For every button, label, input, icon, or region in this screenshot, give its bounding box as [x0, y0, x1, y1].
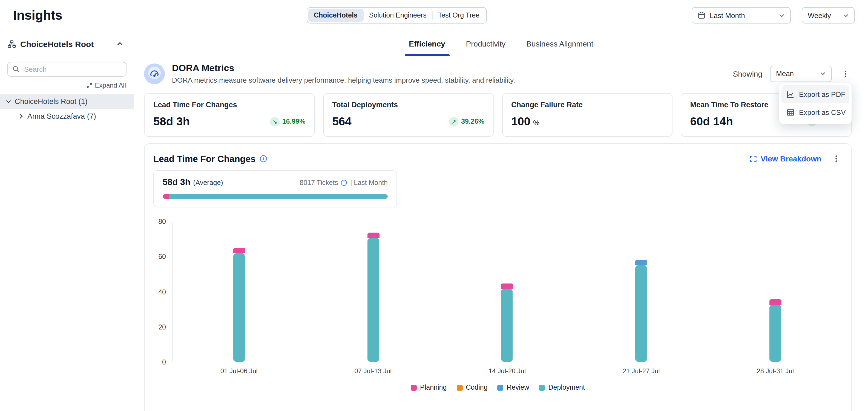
- granularity-value: Weekly: [808, 11, 831, 20]
- expand-corners-icon: [750, 155, 757, 162]
- main-area: EfficiencyProductivityBusiness Alignment…: [134, 31, 868, 411]
- menu-item-label: Export as PDF: [799, 90, 845, 99]
- table-icon: [786, 108, 795, 116]
- tab-productivity[interactable]: Productivity: [457, 31, 515, 56]
- page-title: Insights: [13, 8, 62, 23]
- chart-icon: [786, 90, 795, 99]
- metric-card-value: 60d 14h: [690, 115, 733, 128]
- bar-segment-deployment[interactable]: [368, 238, 379, 362]
- bar-segment-review[interactable]: [635, 260, 647, 266]
- x-axis-label: 28 Jul-31 Jul: [708, 367, 842, 375]
- legend-label: Planning: [420, 384, 446, 391]
- metric-card-delta: ↗39.26%: [449, 117, 485, 126]
- delta-value: 16.99%: [282, 118, 306, 125]
- menu-item-export-as-csv[interactable]: Export as CSV: [781, 103, 849, 122]
- y-tick-label: 40: [158, 288, 166, 296]
- bar-segment-deployment[interactable]: [501, 289, 514, 362]
- export-menu: Export as PDFExport as CSV: [779, 83, 852, 124]
- metric-card-title: Total Deployments: [333, 101, 485, 109]
- bar-segment-deployment[interactable]: [635, 266, 647, 362]
- metric-cards: Lead Time For Changes58d 3h↘16.99%Total …: [144, 93, 851, 137]
- info-icon[interactable]: [259, 155, 267, 163]
- expand-all-button[interactable]: Expand All: [0, 78, 134, 92]
- stacked-bar[interactable]: [635, 221, 647, 362]
- tree-item-root[interactable]: ChoiceHotels Root (1): [0, 94, 134, 109]
- org-tab-choicehotels[interactable]: ChoiceHotels: [308, 9, 364, 22]
- dora-description: DORA metrics measure software delivery p…: [172, 76, 515, 84]
- dora-kebab-menu-button[interactable]: [839, 68, 851, 80]
- x-axis-label: 14 Jul-20 Jul: [440, 367, 574, 375]
- tree-item-label: Anna Scozzafava (7): [27, 112, 96, 121]
- bar-segment-deployment[interactable]: [769, 305, 781, 362]
- menu-item-label: Export as CSV: [799, 108, 846, 116]
- chart-legend: PlanningCodingReviewDeployment: [153, 384, 842, 391]
- tab-efficiency[interactable]: Efficiency: [400, 31, 454, 56]
- search-icon: [12, 65, 20, 73]
- bar-segment-planning[interactable]: [368, 233, 379, 238]
- progress-segment-deployment: [169, 194, 388, 199]
- summary-progress-bar: [163, 194, 388, 199]
- legend-swatch: [539, 384, 545, 390]
- tab-business-alignment[interactable]: Business Alignment: [518, 31, 602, 56]
- dora-controls: Showing Mean: [733, 65, 851, 82]
- x-axis-label: 07 Jul-13 Jul: [306, 367, 440, 375]
- bar-group-4: [575, 221, 708, 362]
- org-sidebar: ChoiceHotels Root Expand All: [0, 31, 134, 411]
- date-range-select[interactable]: Last Month: [692, 7, 791, 24]
- top-bar: Insights ChoiceHotelsSolution EngineersT…: [0, 0, 868, 31]
- bar-segment-planning[interactable]: [501, 283, 514, 289]
- legend-item-deployment[interactable]: Deployment: [539, 384, 585, 391]
- lead-time-header: Lead Time For Changes View Breakdown: [153, 153, 842, 165]
- y-tick-label: 80: [158, 218, 166, 226]
- lead-time-chart: 020406080 01 Jul-06 Jul07 Jul-13 Jul14 J…: [153, 221, 842, 391]
- legend-item-review[interactable]: Review: [498, 384, 529, 391]
- metric-card-total-deployments: Total Deployments564↗39.26%: [323, 93, 494, 137]
- stacked-bar[interactable]: [368, 221, 379, 362]
- metric-card-value: 100%: [511, 115, 539, 128]
- bar-segment-planning[interactable]: [769, 299, 781, 305]
- stacked-bar[interactable]: [234, 221, 246, 362]
- granularity-select[interactable]: Weekly: [802, 7, 855, 24]
- bar-segment-planning[interactable]: [234, 248, 246, 253]
- dora-header: DORA Metrics DORA metrics measure softwa…: [144, 63, 851, 84]
- legend-swatch: [411, 384, 417, 390]
- progress-segment-planning: [163, 194, 169, 199]
- tree-item-child[interactable]: Anna Scozzafava (7): [0, 109, 134, 124]
- chevron-down-icon[interactable]: [5, 99, 11, 105]
- chevron-right-icon[interactable]: [18, 113, 24, 119]
- header-filters: Last Month Weekly: [692, 7, 855, 24]
- info-icon[interactable]: [341, 179, 347, 186]
- stacked-bar[interactable]: [769, 221, 781, 362]
- metric-card-change-failure-rate: Change Failure Rate100%: [502, 93, 673, 137]
- metric-card-lead-time-for-changes: Lead Time For Changes58d 3h↘16.99%: [144, 93, 315, 137]
- summary-qualifier: (Average): [193, 179, 223, 186]
- lead-time-kebab-menu-button[interactable]: [830, 153, 842, 165]
- stacked-bar[interactable]: [501, 221, 514, 362]
- tree-item-label: ChoiceHotels Root (1): [15, 97, 88, 106]
- dora-title: DORA Metrics: [172, 63, 515, 74]
- org-tab-solution-engineers[interactable]: Solution Engineers: [364, 9, 433, 22]
- date-range-value: Last Month: [710, 11, 745, 20]
- sidebar-search: [7, 62, 126, 77]
- arrow-up-right-icon: ↗: [449, 117, 458, 126]
- legend-label: Deployment: [549, 384, 585, 391]
- tickets-count: 8017 Tickets: [300, 179, 338, 186]
- sidebar-root-title: ChoiceHotels Root: [20, 39, 110, 48]
- collapse-sidebar-button[interactable]: [114, 38, 126, 50]
- metric-card-delta: ↘16.99%: [270, 117, 306, 126]
- chevron-down-icon: [820, 71, 826, 77]
- arrow-down-right-icon: ↘: [270, 117, 280, 126]
- showing-label: Showing: [733, 69, 762, 78]
- aggregation-select[interactable]: Mean: [770, 65, 832, 82]
- org-tab-test-org-tree[interactable]: Test Org Tree: [433, 9, 485, 22]
- legend-swatch: [498, 384, 503, 390]
- menu-item-export-as-pdf[interactable]: Export as PDF: [781, 85, 849, 103]
- search-input[interactable]: [7, 62, 126, 77]
- bar-segment-deployment[interactable]: [234, 253, 246, 362]
- legend-item-planning[interactable]: Planning: [411, 384, 446, 391]
- view-breakdown-button[interactable]: View Breakdown: [750, 154, 822, 163]
- legend-item-coding[interactable]: Coding: [457, 384, 487, 391]
- summary-period: | Last Month: [350, 179, 388, 186]
- x-axis-label: 21 Jul-27 Jul: [574, 367, 708, 375]
- view-tabs: EfficiencyProductivityBusiness Alignment: [134, 31, 868, 56]
